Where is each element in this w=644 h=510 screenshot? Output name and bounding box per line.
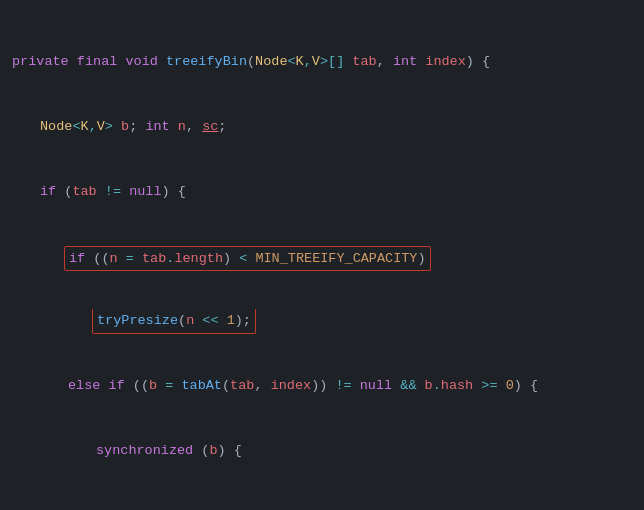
line-7: synchronized (b) { [12,440,632,462]
line-8: if (tabAt(tab, index) == b) { [12,505,632,510]
line-5-highlight: tryPresize(n << 1); [12,310,632,332]
line-1: private final void treeifyBin(Node<K,V>[… [12,51,632,73]
line-2: Node<K,V> b; int n, sc; [12,116,632,138]
line-3: if (tab != null) { [12,181,632,203]
code-editor: private final void treeifyBin(Node<K,V>[… [0,0,644,510]
line-6: else if ((b = tabAt(tab, index)) != null… [12,375,632,397]
line-4-highlight: if ((n = tab.length) < MIN_TREEIFY_CAPAC… [12,246,632,268]
